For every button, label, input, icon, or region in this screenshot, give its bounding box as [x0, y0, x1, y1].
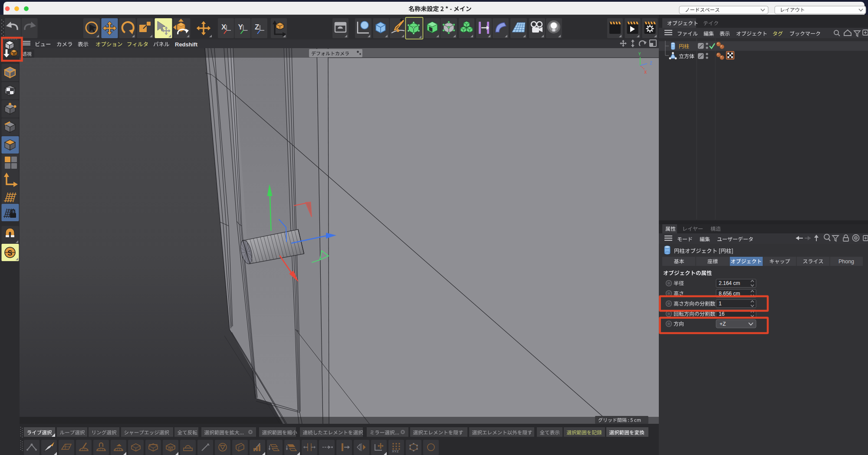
svg-text:2.164 cm: 2.164 cm: [719, 280, 740, 286]
svg-text:Z: Z: [255, 23, 259, 31]
svg-text:XYZ: XYZ: [392, 449, 399, 453]
svg-text:Y: Y: [238, 23, 243, 31]
svg-text:1: 1: [719, 301, 722, 307]
svg-text:S: S: [8, 249, 13, 257]
svg-text:+Z: +Z: [720, 321, 726, 327]
svg-text:X: X: [221, 23, 227, 31]
svg-text:Phong: Phong: [838, 259, 854, 265]
svg-text:Redshift: Redshift: [175, 41, 198, 48]
